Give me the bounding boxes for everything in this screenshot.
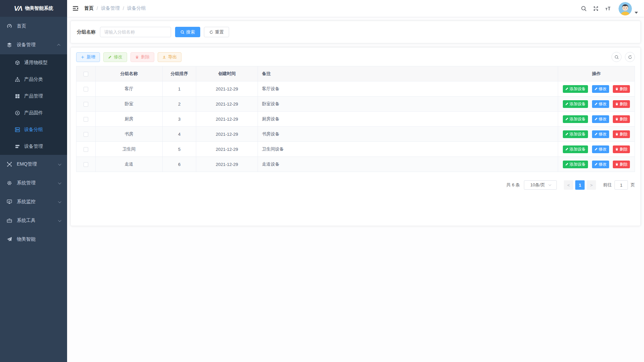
trash-icon	[615, 117, 619, 121]
sidebar-item-label: 产品分类	[24, 76, 43, 82]
row-checkbox[interactable]	[84, 162, 88, 167]
sidebar-item-home[interactable]: 首页	[0, 17, 67, 36]
breadcrumb: 首页 / 设备管理 / 设备分组	[84, 5, 146, 11]
toolbar-right	[611, 52, 635, 62]
table-row: 卧室 2 2021-12-29 卧室设备 添加设备 修改 删除	[76, 97, 635, 112]
goto-page-input[interactable]	[614, 180, 628, 190]
pencil-icon	[594, 102, 598, 106]
sidebar-item-device-group[interactable]: 设备分组	[0, 121, 67, 138]
row-delete-button[interactable]: 删除	[613, 161, 630, 168]
edit-button-label: 修改	[114, 54, 122, 60]
row-delete-button[interactable]: 删除	[613, 100, 630, 108]
prev-page-button[interactable]: <	[564, 180, 573, 190]
row-checkbox[interactable]	[84, 147, 88, 152]
chevron-down-icon	[548, 183, 551, 186]
sidebar-item-product-firmware[interactable]: 产品固件	[0, 105, 67, 121]
sidebar-item-product-category[interactable]: 产品分类	[0, 71, 67, 88]
cell-created-time: 2021-12-29	[196, 142, 258, 157]
toggle-search-button[interactable]	[611, 52, 622, 62]
export-button-label: 导出	[168, 54, 177, 60]
group-name-input[interactable]	[100, 27, 171, 37]
delete-button[interactable]: 删除	[130, 52, 154, 62]
topbar-tools	[581, 1, 638, 15]
row-edit-button[interactable]: 修改	[592, 115, 609, 123]
sidebar-item-label: 首页	[17, 23, 26, 29]
chevron-down-icon	[58, 181, 61, 184]
search-panel: 分组名称 搜索 重置	[70, 21, 641, 43]
sidebar-item-product-management[interactable]: 产品管理	[0, 88, 67, 105]
cell-remark: 卧室设备	[258, 97, 558, 112]
row-checkbox[interactable]	[84, 117, 88, 122]
sidebar-item-emq-management[interactable]: EMQ管理	[0, 155, 67, 174]
sidebar-item-system-tools[interactable]: 系统工具	[0, 211, 67, 230]
export-button[interactable]: 导出	[158, 52, 181, 62]
add-device-button[interactable]: 添加设备	[563, 130, 588, 138]
row-delete-button[interactable]: 删除	[613, 145, 630, 153]
select-all-checkbox[interactable]	[84, 72, 88, 76]
row-edit-button[interactable]: 修改	[592, 145, 609, 153]
breadcrumb-home[interactable]: 首页	[84, 5, 94, 11]
add-device-button[interactable]: 添加设备	[563, 161, 588, 168]
font-size-icon[interactable]	[605, 6, 611, 11]
add-button[interactable]: 新增	[76, 52, 100, 62]
column-header-actions: 操作	[558, 66, 635, 81]
sidebar-item-system-monitor[interactable]: 系统监控	[0, 192, 67, 211]
avatar[interactable]	[619, 2, 632, 15]
cell-group-order: 6	[163, 157, 196, 172]
add-device-button[interactable]: 添加设备	[563, 115, 588, 123]
trash-icon	[615, 87, 619, 90]
refresh-table-button[interactable]	[625, 52, 635, 62]
next-page-button[interactable]: >	[587, 180, 596, 190]
pencil-icon	[594, 117, 598, 121]
row-edit-label: 修改	[599, 101, 607, 107]
sidebar-item-label: 物美智能	[17, 236, 36, 242]
row-checkbox[interactable]	[84, 87, 88, 92]
table-row: 走道 6 2021-12-29 走道设备 添加设备 修改 删除	[76, 157, 635, 172]
sidebar-item-system-management[interactable]: 系统管理	[0, 174, 67, 192]
add-device-button[interactable]: 添加设备	[563, 145, 588, 153]
row-edit-button[interactable]: 修改	[592, 130, 609, 138]
edit-button[interactable]: 修改	[103, 52, 127, 62]
row-edit-label: 修改	[599, 131, 607, 137]
row-edit-label: 修改	[599, 86, 607, 92]
logo-mark-icon: VΛ	[14, 4, 22, 12]
row-delete-button[interactable]: 删除	[613, 115, 630, 123]
row-checkbox[interactable]	[84, 102, 88, 107]
row-edit-button[interactable]: 修改	[592, 100, 609, 108]
sidebar-fold-icon[interactable]	[72, 5, 79, 12]
sidebar-item-device-management[interactable]: 设备管理	[0, 36, 67, 54]
add-device-button[interactable]: 添加设备	[563, 85, 588, 93]
cell-remark: 卫生间设备	[258, 142, 558, 157]
user-menu[interactable]	[619, 1, 638, 15]
sidebar-item-general-thing-model[interactable]: 通用物模型	[0, 54, 67, 71]
sidebar-menu: 首页 设备管理 通用物模型 产品分类 产品管理 产品固件	[0, 17, 67, 249]
sidebar-item-label: 通用物模型	[24, 60, 48, 66]
sidebar-item-wumei-smart[interactable]: 物美智能	[0, 230, 67, 249]
add-device-button[interactable]: 添加设备	[563, 100, 588, 108]
reset-button[interactable]: 重置	[204, 27, 229, 37]
page-unit-label: 页	[631, 182, 635, 188]
gear-icon	[7, 180, 12, 186]
search-button[interactable]: 搜索	[175, 27, 200, 37]
row-delete-label: 删除	[620, 116, 628, 122]
search-icon[interactable]	[581, 6, 587, 11]
trash-icon	[135, 55, 139, 59]
cell-group-name: 卧室	[96, 97, 163, 112]
cell-group-order: 4	[163, 127, 196, 142]
group-name-label: 分组名称	[77, 29, 96, 35]
sidebar: VΛ 物美智能系统 首页 设备管理 通用物模型 产品分类 产品管理	[0, 0, 67, 362]
cube-icon	[15, 60, 20, 65]
sidebar-item-device-management-sub[interactable]: 设备管理	[0, 138, 67, 155]
add-button-label: 新增	[87, 54, 95, 60]
app-title: 物美智能系统	[25, 5, 53, 11]
fullscreen-icon[interactable]	[593, 6, 599, 11]
row-checkbox[interactable]	[84, 132, 88, 137]
row-delete-button[interactable]: 删除	[613, 130, 630, 138]
current-page[interactable]: 1	[575, 180, 585, 190]
plus-icon	[81, 55, 85, 59]
page-size-select[interactable]: 10条/页	[524, 180, 557, 190]
row-edit-button[interactable]: 修改	[592, 161, 609, 168]
row-delete-button[interactable]: 删除	[613, 85, 630, 93]
pencil-icon	[594, 147, 598, 151]
row-edit-button[interactable]: 修改	[592, 85, 609, 93]
